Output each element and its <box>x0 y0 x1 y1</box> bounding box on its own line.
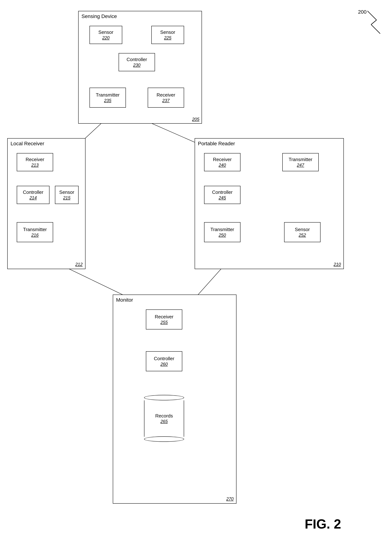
controller-245-box: Controller 245 <box>204 186 241 204</box>
svg-line-21 <box>371 25 380 34</box>
svg-line-19 <box>367 11 377 20</box>
sensor-215-box: Sensor 215 <box>55 186 78 204</box>
sensor-220-box: Sensor 220 <box>90 26 122 44</box>
svg-line-20 <box>371 20 377 25</box>
transmitter-235-box: Transmitter 235 <box>90 88 126 108</box>
sensor-252-box: Sensor 252 <box>284 222 320 242</box>
monitor-ref: 270 <box>226 496 234 501</box>
monitor-container: Monitor Receiver 255 Controller 260 Reco… <box>113 294 236 504</box>
records-265-cylinder: Records 265 <box>144 395 184 442</box>
receiver-213-box: Receiver 213 <box>17 153 53 171</box>
portable-reader-ref: 210 <box>333 262 341 267</box>
figure-label: FIG. 2 <box>305 517 341 532</box>
sensing-device-container: Sensing Device Sensor 220 Sensor 225 Con… <box>78 11 202 124</box>
transmitter-250-box: Transmitter 250 <box>204 222 241 242</box>
controller-230-box: Controller 230 <box>119 53 155 71</box>
sensing-device-ref: 205 <box>192 117 199 122</box>
cylinder-bottom <box>144 436 184 442</box>
cylinder-body: Records 265 <box>144 400 184 437</box>
sensing-device-title: Sensing Device <box>81 13 117 19</box>
cylinder-top <box>144 395 184 400</box>
sensor-225-box: Sensor 225 <box>151 26 184 44</box>
portable-reader-container: Portable Reader Receiver 240 Transmitter… <box>195 138 344 269</box>
monitor-title: Monitor <box>116 297 133 303</box>
controller-260-box: Controller 260 <box>146 351 182 371</box>
receiver-237-box: Receiver 237 <box>148 88 184 108</box>
ref-200: 200 <box>358 9 366 15</box>
transmitter-216-box: Transmitter 216 <box>17 222 53 242</box>
controller-214-box: Controller 214 <box>17 186 49 204</box>
local-receiver-container: Local Receiver Receiver 213 Controller 2… <box>7 138 85 269</box>
receiver-240-box: Receiver 240 <box>204 153 241 171</box>
transmitter-247-box: Transmitter 247 <box>282 153 319 171</box>
portable-reader-title: Portable Reader <box>198 141 235 147</box>
local-receiver-ref: 212 <box>75 262 83 267</box>
local-receiver-title: Local Receiver <box>11 141 44 147</box>
receiver-255-box: Receiver 255 <box>146 309 182 330</box>
